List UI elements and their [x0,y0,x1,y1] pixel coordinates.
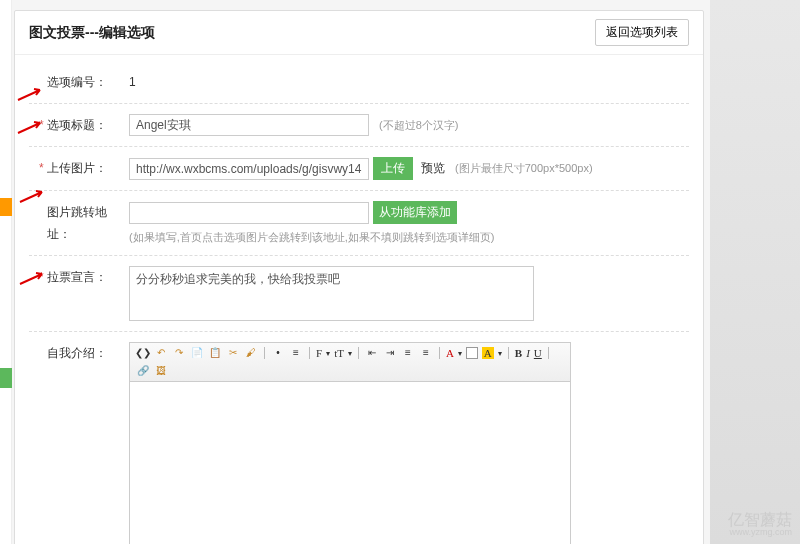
watermark: 亿智蘑菇www.yzmg.com [728,511,792,538]
font-family-icon[interactable]: F [316,347,322,359]
hint-option-title: (不超过8个汉字) [379,118,458,133]
align-left-icon[interactable]: ≡ [401,346,415,360]
copy-icon[interactable]: 📄 [190,346,204,360]
page-title: 图文投票---编辑选项 [29,24,155,42]
side-green-marker [0,368,12,388]
format-icon[interactable]: 🖌 [244,346,258,360]
label-intro: 自我介绍： [29,342,129,364]
arrow-annotation [18,270,48,286]
hint-upload-img: (图片最佳尺寸700px*500px) [455,161,593,176]
font-size-icon[interactable]: tT [334,347,344,359]
back-color-icon[interactable]: A [482,347,494,359]
indent-icon[interactable]: ⇥ [383,346,397,360]
side-marker [0,198,12,216]
clean-icon[interactable]: ✂ [226,346,240,360]
row-intro: 自我介绍： ❮❯ ↶ ↷ 📄 📋 ✂ 🖌 • ≡ [29,336,689,544]
bullet-icon[interactable]: • [271,346,285,360]
number-icon[interactable]: ≡ [289,346,303,360]
redo-icon[interactable]: ↷ [172,346,186,360]
editor-toolbar: ❮❯ ↶ ↷ 📄 📋 ✂ 🖌 • ≡ F▾ tT▾ [130,343,570,382]
textarea-slogan[interactable] [129,266,534,321]
link-icon[interactable]: 🔗 [136,364,150,378]
color-white-swatch[interactable] [466,347,478,359]
toolbar-separator [508,347,509,359]
toolbar-separator [264,347,265,359]
divider [29,190,689,191]
add-from-lib-button[interactable]: 从功能库添加 [373,201,457,224]
undo-icon[interactable]: ↶ [154,346,168,360]
row-option-title: 选项标题： (不超过8个汉字) [29,108,689,142]
input-jump-url[interactable] [129,202,369,224]
label-jump-url: 图片跳转地址： [29,201,129,245]
bold-icon[interactable]: B [515,347,522,359]
form-panel: 图文投票---编辑选项 返回选项列表 选项编号： 1 选项标题： (不超过8个汉… [14,10,704,544]
align-center-icon[interactable]: ≡ [419,346,433,360]
arrow-annotation [18,188,48,204]
preview-link[interactable]: 预览 [421,160,445,177]
background-strip [710,0,800,544]
toolbar-separator [358,347,359,359]
value-option-no: 1 [129,71,136,93]
fore-color-icon[interactable]: A [446,347,454,359]
image-icon[interactable]: 🖼 [154,364,168,378]
row-upload-img: 上传图片： 上传 预览 (图片最佳尺寸700px*500px) [29,151,689,186]
row-option-no: 选项编号： 1 [29,65,689,99]
arrow-annotation [16,86,46,102]
input-upload-img[interactable] [129,158,369,180]
editor-content[interactable] [130,382,570,544]
divider [29,146,689,147]
row-jump-url: 图片跳转地址： 从功能库添加 (如果填写,首页点击选项图片会跳转到该地址,如果不… [29,195,689,251]
input-option-title[interactable] [129,114,369,136]
toolbar-separator [309,347,310,359]
toolbar-separator [548,347,549,359]
form-body: 选项编号： 1 选项标题： (不超过8个汉字) 上传图片： 上传 预览 (图片最… [15,55,703,544]
outdent-icon[interactable]: ⇤ [365,346,379,360]
divider [29,103,689,104]
back-button[interactable]: 返回选项列表 [595,19,689,46]
paste-icon[interactable]: 📋 [208,346,222,360]
divider [29,331,689,332]
upload-button[interactable]: 上传 [373,157,413,180]
italic-icon[interactable]: I [526,347,530,359]
row-slogan: 拉票宣言： [29,260,689,327]
toolbar-separator [439,347,440,359]
hint-jump-url: (如果填写,首页点击选项图片会跳转到该地址,如果不填则跳转到选项详细页) [129,230,549,245]
divider [29,255,689,256]
underline-icon[interactable]: U [534,347,542,359]
source-icon[interactable]: ❮❯ [136,346,150,360]
arrow-annotation [16,119,46,135]
left-sidebar [0,0,12,544]
rich-editor: ❮❯ ↶ ↷ 📄 📋 ✂ 🖌 • ≡ F▾ tT▾ [129,342,571,544]
label-upload-img: 上传图片： [29,157,129,179]
panel-header: 图文投票---编辑选项 返回选项列表 [15,11,703,55]
